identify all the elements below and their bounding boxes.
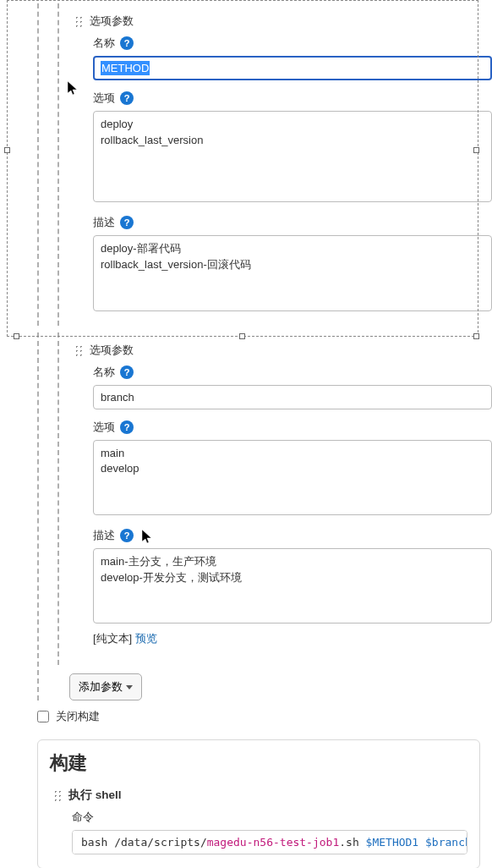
code-token-bash: bash [81, 836, 114, 849]
help-icon[interactable]: ? [120, 420, 134, 434]
cursor-icon [142, 530, 154, 545]
build-title: 构建 [50, 750, 467, 776]
help-icon[interactable]: ? [120, 365, 134, 379]
description-label: 描述 [93, 215, 115, 230]
options-textarea[interactable] [93, 440, 492, 515]
name-input[interactable] [93, 56, 492, 80]
add-parameter-button[interactable]: 添加参数 [69, 673, 142, 700]
choice-parameter-title: 选项参数 [90, 343, 134, 358]
command-label: 命令 [72, 810, 467, 825]
preview-link[interactable]: 预览 [135, 632, 157, 645]
help-icon[interactable]: ? [120, 529, 134, 542]
choice-parameter-card-2: 选项参数 名称 ? 选项 ? [74, 332, 492, 666]
drag-handle-icon[interactable] [53, 789, 62, 801]
code-token-var1: $METHOD1 [366, 836, 419, 849]
description-textarea[interactable] [93, 548, 492, 624]
code-token-filename: magedu-n56-test-job1 [207, 836, 340, 849]
help-icon[interactable]: ? [120, 216, 134, 229]
name-label: 名称 [93, 365, 115, 380]
drag-handle-icon[interactable] [74, 344, 83, 356]
command-code-box[interactable]: bash /data/scripts/magedu-n56-test-job1.… [72, 830, 467, 854]
choice-parameter-card-1: 选项参数 名称 ? METHOD [74, 3, 492, 326]
description-textarea[interactable] [93, 235, 492, 310]
help-icon[interactable]: ? [120, 91, 134, 105]
options-textarea[interactable] [93, 111, 492, 202]
drag-handle-icon[interactable] [74, 15, 83, 27]
add-parameter-label: 添加参数 [79, 679, 123, 695]
help-icon[interactable]: ? [120, 36, 134, 50]
description-label: 描述 [93, 528, 115, 543]
build-section: 构建 执行 shell 命令 bash /data/scripts/magedu… [37, 739, 480, 868]
code-token-path: /data/scripts/ [114, 836, 207, 849]
name-label: 名称 [93, 36, 115, 51]
execute-shell-title: 执行 shell [68, 788, 122, 803]
options-label: 选项 [93, 91, 115, 106]
name-input[interactable] [93, 385, 492, 409]
chevron-down-icon [126, 685, 133, 689]
options-label: 选项 [93, 420, 115, 435]
choice-parameter-title: 选项参数 [90, 14, 134, 29]
close-build-label: 关闭构建 [56, 709, 100, 724]
code-token-space [418, 836, 425, 849]
code-token-var2: $branch [425, 836, 467, 849]
close-build-checkbox[interactable] [37, 711, 49, 722]
plain-text-label: [纯文本] [93, 632, 135, 645]
code-token-ext: .sh [339, 836, 365, 849]
